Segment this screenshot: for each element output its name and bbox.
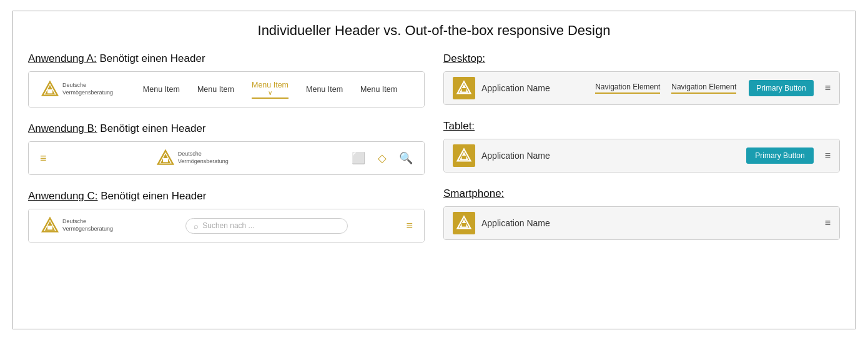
tablet-heading: Tablet: [443,120,840,132]
hamburger-icon-desktop[interactable]: ≡ [825,82,831,94]
logo-text-a: DeutscheVermögensberatung [62,82,113,96]
section-smartphone: Smartphone: Application Name [443,188,840,240]
header-desktop-demo: Application Name Navigation Element Navi… [443,71,840,105]
smartphone-heading: Smartphone: [443,188,840,200]
section-b-heading: Anwendung B: Benötigt einen Header [28,122,425,135]
hamburger-icon-c[interactable]: ≡ [406,219,413,232]
primary-button-tablet[interactable]: Primary Button [746,148,813,164]
nav-item-a-2[interactable]: Menu Item [197,85,234,94]
left-column: Anwendung A: Benötigt einen Header Deuts… [28,52,425,258]
dvmb-logo-c [40,216,60,236]
header-a-demo: DeutscheVermögensberatung Menu Item Menu… [28,71,425,108]
header-smartphone-demo: Application Name ≡ [443,206,840,240]
primary-button-desktop[interactable]: Primary Button [749,80,813,96]
nav-item-a-3[interactable]: Menu Item ∨ [252,81,289,99]
header-c-demo: DeutscheVermögensberatung ⌕ Suchen nach … [28,209,425,242]
svg-rect-5 [47,226,52,229]
logo-box-smartphone [453,212,475,234]
section-a: Anwendung A: Benötigt einen Header Deuts… [28,52,425,108]
right-column: Desktop: Application Name [443,52,840,258]
folder-icon[interactable]: ⬜ [352,151,365,165]
logo-box-desktop [453,77,475,99]
outer-container: Individueller Header vs. Out-of-the-box … [12,11,856,329]
nav-element-desktop-1[interactable]: Navigation Element [595,82,660,94]
shield-icon[interactable]: ◇ [378,151,387,165]
svg-rect-11 [462,223,466,227]
nav-item-a-4[interactable]: Menu Item [306,85,343,94]
header-b: ≡ DeutscheVermögensberatung ⬜ [29,142,424,174]
nav-item-a-1[interactable]: Menu Item [143,85,180,94]
dvmb-logo-a [40,79,60,99]
section-c-heading-rest: Benötigt einen Header [98,190,207,202]
svg-rect-3 [163,158,168,162]
section-a-heading: Anwendung A: Benötigt einen Header [28,52,425,65]
section-c: Anwendung C: Benötigt einen Header Deuts… [28,190,425,242]
section-tablet: Tablet: Application Name [443,120,840,172]
logo-text-c: DeutscheVermögensberatung [62,218,113,232]
search-icon[interactable]: 🔍 [399,151,413,165]
main-layout: Anwendung A: Benötigt einen Header Deuts… [28,52,840,258]
app-name-desktop: Application Name [481,83,589,93]
page-title: Individueller Header vs. Out-of-the-box … [28,22,840,39]
svg-rect-7 [462,88,466,92]
section-a-heading-underline: Anwendung A: [28,52,97,64]
svg-rect-9 [462,156,466,159]
section-b: Anwendung B: Benötigt einen Header ≡ [28,122,425,175]
dvmb-logo-tablet [455,147,473,164]
desktop-heading: Desktop: [443,52,840,65]
tablet-label: Tablet: [443,120,475,132]
dvmb-logo-smartphone [455,214,473,232]
header-desktop: Application Name Navigation Element Navi… [444,72,839,104]
dvmb-logo-desktop [455,79,473,97]
section-b-heading-underline: Anwendung B: [28,122,97,134]
header-c: DeutscheVermögensberatung ⌕ Suchen nach … [29,209,424,242]
logo-dvmb-a: DeutscheVermögensberatung [40,79,127,99]
icons-b-group: ⬜ ◇ 🔍 [352,151,413,165]
search-icon-c: ⌕ [194,221,199,231]
logo-box-tablet [453,144,475,167]
header-a: DeutscheVermögensberatung Menu Item Menu… [29,72,424,107]
section-c-heading: Anwendung C: Benötigt einen Header [28,190,425,202]
nav-element-desktop-2[interactable]: Navigation Element [671,82,736,94]
app-name-tablet: Application Name [481,151,740,161]
desktop-label: Desktop: [443,52,485,64]
section-a-heading-rest: Benötigt einen Header [97,52,205,64]
logo-dvmb-c: DeutscheVermögensberatung [40,216,127,236]
logo-dvmb-b: DeutscheVermögensberatung [155,148,243,168]
search-placeholder-c: Suchen nach ... [202,221,254,230]
nav-items-a: Menu Item Menu Item Menu Item ∨ Menu Ite… [127,81,413,99]
header-tablet: Application Name Primary Button ≡ [444,139,839,172]
chevron-down-icon: ∨ [268,89,272,96]
search-box-c: ⌕ Suchen nach ... [185,218,348,234]
section-desktop: Desktop: Application Name [443,52,840,105]
svg-rect-1 [47,89,52,93]
section-c-heading-underline: Anwendung C: [28,190,98,202]
header-smartphone: Application Name ≡ [444,207,839,239]
header-tablet-demo: Application Name Primary Button ≡ [443,139,840,172]
nav-item-a-5[interactable]: Menu Item [360,85,397,94]
nav-elements-desktop: Navigation Element Navigation Element [595,82,736,94]
hamburger-icon-tablet[interactable]: ≡ [825,150,831,161]
smartphone-label: Smartphone: [443,188,504,199]
header-b-demo: ≡ DeutscheVermögensberatung ⬜ [28,141,425,175]
logo-text-b: DeutscheVermögensberatung [178,151,229,165]
section-b-heading-rest: Benötigt einen Header [97,122,206,134]
hamburger-icon-smartphone[interactable]: ≡ [825,218,831,229]
hamburger-icon-b[interactable]: ≡ [40,152,47,165]
app-name-smartphone: Application Name [481,218,819,228]
dvmb-logo-b [155,148,175,168]
